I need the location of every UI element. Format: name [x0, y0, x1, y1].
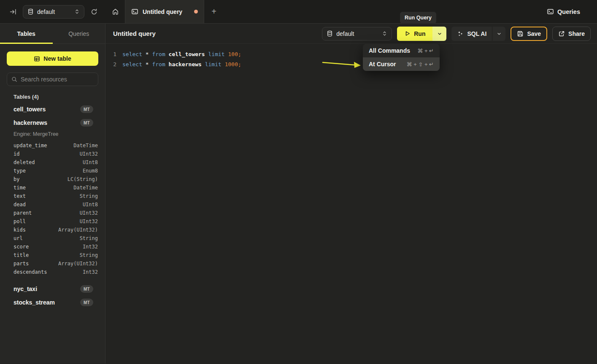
table-name: nyc_taxi	[14, 286, 37, 292]
new-table-button[interactable]: New table	[7, 51, 98, 66]
line-number: 2	[105, 61, 116, 67]
column-row[interactable]: descendants Int32	[0, 268, 105, 276]
column-name: descendants	[14, 269, 47, 275]
run-options-menu: All Commands ⌘ + ↵ At Cursor ⌘ + ⇧ + ↵	[363, 44, 440, 71]
database-selector[interactable]: default	[23, 5, 84, 19]
run-button-label: Run	[414, 30, 425, 37]
table-row-cell-towers[interactable]: cell_towers MT	[0, 102, 105, 116]
column-type: Enum8	[83, 168, 98, 174]
new-table-button-label: New table	[43, 55, 71, 62]
search-input[interactable]	[21, 76, 94, 83]
table-row-stocks-stream[interactable]: stocks_stream MT	[0, 296, 105, 309]
menu-item-shortcut: ⌘ + ↵	[413, 48, 434, 54]
column-row[interactable]: kids Array(UInt32)	[0, 226, 105, 234]
run-button[interactable]: Run	[397, 27, 432, 41]
refresh-button[interactable]	[89, 6, 100, 17]
sql-ai-split-button: SQL AI	[451, 27, 505, 41]
column-type: LC(String)	[68, 176, 98, 182]
sidebar-tab-tables[interactable]: Tables	[0, 24, 53, 43]
column-row[interactable]: title String	[0, 251, 105, 259]
column-row[interactable]: text String	[0, 192, 105, 200]
sidebar-tabs: Tables Queries	[0, 24, 105, 44]
save-button[interactable]: Save	[511, 27, 547, 41]
column-row[interactable]: parent UInt32	[0, 209, 105, 217]
table-engine-label: Engine: MergeTree	[0, 129, 105, 139]
column-type: Array(UInt32)	[58, 227, 98, 233]
column-row[interactable]: deleted UInt8	[0, 158, 105, 167]
tab-untitled-query[interactable]: Untitled query	[125, 0, 204, 23]
column-name: title	[14, 252, 29, 258]
search-box	[7, 73, 98, 86]
line-number: 1	[105, 51, 116, 57]
chevron-up-down-icon	[74, 9, 80, 14]
code-token: limit	[208, 51, 228, 57]
queries-icon	[547, 8, 554, 15]
column-type: UInt32	[80, 210, 98, 216]
save-icon	[517, 30, 524, 37]
menu-item-at-cursor[interactable]: At Cursor ⌘ + ⇧ + ↵	[363, 57, 440, 71]
column-row[interactable]: dead UInt8	[0, 200, 105, 209]
toolbar-database-selector[interactable]: default	[322, 27, 392, 40]
column-row[interactable]: update_time DateTime	[0, 141, 105, 150]
annotation-arrow	[321, 58, 362, 71]
column-row[interactable]: score Int32	[0, 243, 105, 251]
menu-item-label: At Cursor	[369, 61, 396, 67]
share-button-label: Share	[568, 30, 585, 37]
terminal-icon	[131, 8, 138, 15]
code-token: from	[152, 51, 168, 57]
unsaved-indicator-dot	[194, 10, 198, 13]
column-row[interactable]: poll UInt32	[0, 217, 105, 226]
column-row[interactable]: type Enum8	[0, 167, 105, 175]
column-name: score	[14, 244, 29, 250]
sql-ai-button[interactable]: SQL AI	[451, 27, 492, 41]
column-row[interactable]: by LC(String)	[0, 175, 105, 183]
column-list: update_time DateTime id UInt32 deleted U…	[0, 139, 105, 279]
column-name: kids	[14, 227, 26, 233]
main-panel: Untitled query default	[105, 24, 597, 364]
table-name: cell_towers	[14, 106, 46, 113]
code-token: 100;	[228, 51, 241, 57]
table-row-hackernews[interactable]: hackernews MT	[0, 116, 105, 129]
page-title: Untitled query	[113, 30, 156, 37]
column-row[interactable]: id UInt32	[0, 150, 105, 158]
search-icon	[11, 76, 17, 82]
run-options-caret[interactable]	[432, 27, 446, 41]
top-bar-left: default	[0, 0, 105, 23]
column-row[interactable]: time DateTime	[0, 183, 105, 192]
column-row[interactable]: parts Array(UInt32)	[0, 259, 105, 268]
refresh-icon	[91, 8, 97, 15]
code-token: select	[122, 61, 146, 67]
collapse-sidebar-button[interactable]	[8, 6, 19, 17]
code-line-1[interactable]: 1 select * from cell_towers limit 100;	[105, 49, 597, 59]
column-row[interactable]: url String	[0, 234, 105, 243]
table-row-nyc-taxi[interactable]: nyc_taxi MT	[0, 282, 105, 296]
column-type: UInt8	[83, 202, 98, 208]
database-icon	[327, 30, 333, 37]
sql-ai-caret[interactable]	[492, 27, 505, 41]
toolbar: default Run	[322, 27, 591, 41]
queries-button-label: Queries	[557, 8, 580, 15]
code-token: hackernews	[169, 61, 205, 67]
sidebar-tab-queries[interactable]: Queries	[53, 24, 105, 43]
column-name: dead	[14, 202, 26, 208]
chevron-down-icon	[437, 31, 442, 36]
home-button[interactable]	[105, 0, 125, 23]
column-name: update_time	[14, 143, 47, 148]
menu-item-shortcut: ⌘ + ⇧ + ↵	[403, 61, 434, 67]
menu-item-label: All Commands	[369, 47, 410, 54]
column-name: time	[14, 185, 26, 191]
engine-badge: MT	[80, 299, 93, 306]
menu-item-all-commands[interactable]: All Commands ⌘ + ↵	[363, 44, 440, 57]
share-button[interactable]: Share	[552, 27, 591, 41]
column-type: Array(UInt32)	[58, 261, 98, 267]
active-tab-underline	[0, 43, 53, 44]
run-query-tooltip: Run Query	[400, 12, 436, 24]
column-name: by	[14, 176, 19, 182]
queries-button[interactable]: Queries	[547, 0, 597, 23]
new-tab-button[interactable]: +	[204, 0, 224, 23]
column-name: parts	[14, 261, 29, 267]
column-type: String	[80, 252, 98, 258]
code-token: from	[152, 61, 168, 67]
collapse-sidebar-icon	[10, 8, 16, 15]
main-header: Untitled query default	[105, 24, 597, 44]
